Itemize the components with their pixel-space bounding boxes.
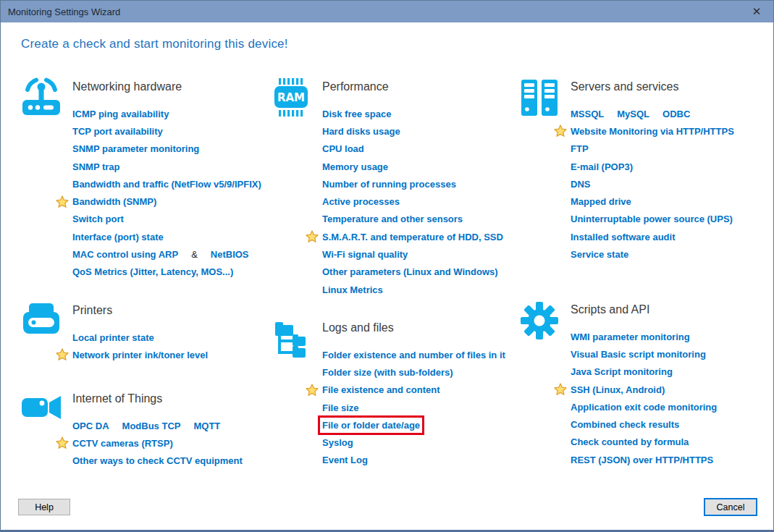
check-link[interactable]: Number of running processes xyxy=(322,179,456,190)
check-link[interactable]: Folder existence and number of files in … xyxy=(322,350,505,360)
cancel-button[interactable]: Cancel xyxy=(704,498,757,516)
list-item: Bandwidth (SNMP) xyxy=(72,193,276,210)
check-link-highlighted[interactable]: File or folder date/age xyxy=(322,420,420,431)
check-link[interactable]: DNS xyxy=(571,179,590,190)
section-title: Scripts and API xyxy=(571,302,774,318)
check-link[interactable]: MySQL xyxy=(617,109,649,119)
check-link[interactable]: Switch port xyxy=(72,214,124,224)
check-link[interactable]: Event Log xyxy=(322,455,368,465)
check-link[interactable]: E-mail (POP3) xyxy=(571,161,633,172)
page-title: Create a check and start monitoring this… xyxy=(21,37,288,51)
list-item: Active processes xyxy=(322,193,526,210)
section-printers: PrintersLocal printer stateNetwork print… xyxy=(21,303,276,364)
check-link[interactable]: ICMP ping availability xyxy=(72,109,169,119)
check-link[interactable]: File size xyxy=(322,402,359,413)
list-item: Linux Metrics xyxy=(322,281,526,298)
section-title: Logs and files xyxy=(322,320,526,336)
list-item: File existence and content xyxy=(322,381,526,399)
list-item: Other parameters (Linux and Windows) xyxy=(322,263,526,281)
check-link[interactable]: SNMP trap xyxy=(72,161,120,172)
check-link[interactable]: Other parameters (Linux and Windows) xyxy=(322,266,498,277)
check-link[interactable]: Bandwidth and traffic (NetFlow v5/9/IPFI… xyxy=(72,179,261,190)
check-link[interactable]: QoS Metrics (Jitter, Latency, MOS...) xyxy=(72,266,233,277)
list-item: QoS Metrics (Jitter, Latency, MOS...) xyxy=(72,263,276,281)
list-item: Service state xyxy=(571,245,774,263)
titlebar: Monitoring Settings Wizard xyxy=(1,1,773,22)
list-item: Network printer ink/toner level xyxy=(72,346,276,363)
list-item: SSH (Linux, Android) xyxy=(571,381,774,398)
check-link[interactable]: CCTV cameras (RTSP) xyxy=(72,438,173,449)
check-link-list: ICMP ping availabilityTCP port availabil… xyxy=(21,105,276,281)
check-link[interactable]: WMI parameter monitoring xyxy=(571,332,690,342)
check-link[interactable]: Active processes xyxy=(322,196,400,207)
list-item: SNMP parameter monitoring xyxy=(72,140,276,158)
check-link[interactable]: ODBC xyxy=(662,109,690,119)
ram-icon: RAM xyxy=(271,77,311,118)
check-link[interactable]: FTP xyxy=(571,143,589,154)
check-link[interactable]: File existence and content xyxy=(322,384,440,395)
ampersand-text: & xyxy=(191,249,198,260)
check-link[interactable]: Combined check results xyxy=(571,419,679,430)
list-item: Folder existence and number of files in … xyxy=(322,346,526,363)
section-title: Printers xyxy=(72,303,276,318)
list-item: Visual Basic script monitoring xyxy=(571,345,774,363)
check-link[interactable]: Website Monitoring via HTTP/HTTPS xyxy=(571,126,734,137)
check-link[interactable]: S.M.A.R.T. and temperature of HDD, SSD xyxy=(322,232,503,242)
list-item: Syslog xyxy=(322,434,526,451)
list-item: CPU load xyxy=(322,140,526,158)
check-link[interactable]: SNMP parameter monitoring xyxy=(72,143,199,154)
list-item: Application exit code monitoring xyxy=(571,398,774,415)
list-item: DNS xyxy=(571,175,774,193)
check-link[interactable]: NetBIOS xyxy=(211,249,249,260)
close-icon[interactable]: ✕ xyxy=(740,1,773,22)
check-link[interactable]: Other ways to check CCTV equipment xyxy=(72,455,243,466)
check-link[interactable]: ModBus TCP xyxy=(122,421,181,431)
list-item: Local printer state xyxy=(72,329,276,346)
check-link[interactable]: Wi-Fi signal quality xyxy=(322,249,408,260)
section-title: Performance xyxy=(322,79,526,95)
check-link[interactable]: Java Script monitoring xyxy=(571,366,673,377)
check-link[interactable]: OPC DA xyxy=(72,421,109,431)
list-item: File size xyxy=(322,399,526,416)
list-item: Other ways to check CCTV equipment xyxy=(72,452,276,470)
list-item: OPC DAModBus TCPMQTT xyxy=(72,417,276,434)
check-link[interactable]: MQTT xyxy=(193,421,220,431)
check-link[interactable]: MSSQL xyxy=(571,109,604,119)
check-link[interactable]: Network printer ink/toner level xyxy=(72,350,208,360)
check-link[interactable]: Application exit code monitoring xyxy=(571,402,717,413)
list-item: MSSQLMySQLODBC xyxy=(571,105,774,122)
list-item: Switch port xyxy=(72,211,276,228)
section-title: Servers and services xyxy=(571,79,774,95)
check-link-list: WMI parameter monitoringVisual Basic scr… xyxy=(519,328,774,468)
check-link[interactable]: TCP port availability xyxy=(72,126,163,137)
check-link[interactable]: Hard disks usage xyxy=(322,126,400,137)
check-link[interactable]: Interface (port) state xyxy=(72,232,164,242)
list-item: Uninterruptable power source (UPS) xyxy=(571,211,774,228)
help-button[interactable]: Help xyxy=(18,499,70,515)
list-item: TCP port availability xyxy=(72,122,276,140)
check-link[interactable]: MAC control using ARP xyxy=(72,249,178,260)
check-link[interactable]: Uninterruptable power source (UPS) xyxy=(571,214,733,224)
check-link[interactable]: Service state xyxy=(571,249,628,260)
check-link[interactable]: CPU load xyxy=(322,143,364,154)
list-item: Temperature and other sensors xyxy=(322,211,526,228)
check-link[interactable]: Syslog xyxy=(322,437,353,448)
check-link[interactable]: SSH (Linux, Android) xyxy=(571,384,665,395)
list-item: File or folder date/age xyxy=(322,416,526,434)
list-item: Memory usage xyxy=(322,158,526,175)
check-link[interactable]: REST (JSON) over HTTP/HTTPS xyxy=(571,455,713,465)
check-link[interactable]: Installed software audit xyxy=(571,232,675,242)
check-link[interactable]: Mapped drive xyxy=(571,196,631,207)
check-link[interactable]: Memory usage xyxy=(322,161,388,172)
check-link[interactable]: Visual Basic script monitoring xyxy=(571,349,706,360)
list-item: SNMP trap xyxy=(72,158,276,175)
check-link[interactable]: Check counted by formula xyxy=(571,436,689,447)
favorite-star-icon xyxy=(554,124,567,138)
check-link[interactable]: Bandwidth (SNMP) xyxy=(72,196,156,207)
section-title: Networking hardware xyxy=(72,79,276,95)
check-link[interactable]: Linux Metrics xyxy=(322,284,383,295)
check-link[interactable]: Local printer state xyxy=(72,332,154,343)
check-link[interactable]: Disk free space xyxy=(322,109,391,119)
check-link[interactable]: Folder size (with sub-folders) xyxy=(322,367,453,378)
check-link[interactable]: Temperature and other sensors xyxy=(322,214,463,224)
